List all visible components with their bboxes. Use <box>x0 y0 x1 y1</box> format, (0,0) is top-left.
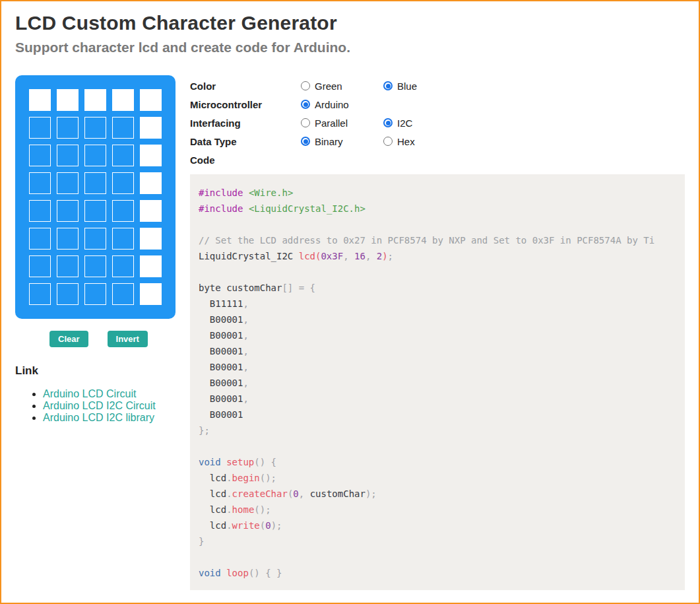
radio-label: Arduino <box>315 99 349 110</box>
option-label: Interfacing <box>190 117 301 129</box>
page-subtitle: Support character lcd and create code fo… <box>15 40 685 55</box>
pixel-cell-r0c3[interactable] <box>112 89 134 111</box>
radio-option-arduino[interactable]: Arduino <box>301 99 383 110</box>
radio-option-green[interactable]: Green <box>301 81 383 92</box>
pixel-cell-r5c0[interactable] <box>29 228 51 250</box>
option-row-color: ColorGreenBlue <box>190 77 685 95</box>
link-list-item: Arduino LCD I2C library <box>43 412 190 424</box>
link-heading: Link <box>15 364 190 378</box>
pixel-cell-r1c1[interactable] <box>57 117 79 139</box>
radio-label: Binary <box>315 136 343 147</box>
options-form: ColorGreenBlueMicrocontrollerArduinoInte… <box>190 77 685 151</box>
radio-option-parallel[interactable]: Parallel <box>301 117 383 129</box>
code-line: void loop() { } <box>199 565 676 581</box>
code-line: B00001, <box>199 312 676 327</box>
pixel-cell-r1c3[interactable] <box>112 117 134 139</box>
radio-checked-icon[interactable] <box>301 137 310 146</box>
option-label: Microcontroller <box>190 99 301 110</box>
code-line: B00001, <box>199 375 676 391</box>
code-line: lcd.home(); <box>199 502 676 518</box>
pixel-cell-r6c0[interactable] <box>29 255 51 277</box>
page-title: LCD Custom Character Generator <box>15 12 685 34</box>
editor-buttons: Clear Invert <box>49 331 190 347</box>
option-row-interfacing: InterfacingParallelI2C <box>190 114 685 132</box>
pixel-cell-r4c3[interactable] <box>112 200 134 222</box>
radio-checked-icon[interactable] <box>383 81 393 90</box>
code-line: B00001, <box>199 327 676 343</box>
pixel-cell-r4c1[interactable] <box>57 200 79 222</box>
pixel-cell-r0c4[interactable] <box>140 89 162 111</box>
radio-label: Blue <box>397 81 417 92</box>
pixel-cell-r2c1[interactable] <box>57 145 79 166</box>
pixel-cell-r4c0[interactable] <box>29 200 51 222</box>
link-list: Arduino LCD CircuitArduino LCD I2C Circu… <box>15 388 190 424</box>
pixel-cell-r3c0[interactable] <box>29 172 51 194</box>
pixel-cell-r1c2[interactable] <box>84 117 106 139</box>
pixel-cell-r2c3[interactable] <box>112 145 134 166</box>
pixel-cell-r0c0[interactable] <box>29 89 51 111</box>
pixel-cell-r4c4[interactable] <box>140 200 162 222</box>
pixel-cell-r5c2[interactable] <box>84 228 106 250</box>
pixel-cell-r2c4[interactable] <box>140 145 162 166</box>
pixel-cell-r7c2[interactable] <box>84 283 106 305</box>
code-line: B00001, <box>199 391 676 407</box>
code-line: lcd.write(0); <box>199 518 676 533</box>
radio-option-i2c[interactable]: I2C <box>383 117 685 129</box>
pixel-cell-r3c1[interactable] <box>57 172 79 194</box>
pixel-cell-r1c0[interactable] <box>29 117 51 139</box>
main-content: Clear Invert Link Arduino LCD CircuitArd… <box>15 75 685 590</box>
pixel-cell-r6c4[interactable] <box>140 255 162 277</box>
pixel-cell-r7c3[interactable] <box>112 283 134 305</box>
radio-option-blue[interactable]: Blue <box>383 81 685 92</box>
invert-button[interactable]: Invert <box>108 331 148 347</box>
link-arduino-lcd-i2c-library[interactable]: Arduino LCD I2C library <box>43 412 154 423</box>
pixel-grid <box>15 75 175 319</box>
code-line: #include <Wire.h> <box>199 185 676 201</box>
pixel-cell-r6c2[interactable] <box>84 255 106 277</box>
pixel-cell-r5c3[interactable] <box>112 228 134 250</box>
code-heading: Code <box>190 151 685 169</box>
link-arduino-lcd-i2c-circuit[interactable]: Arduino LCD I2C Circuit <box>43 400 156 411</box>
radio-unchecked-icon[interactable] <box>301 118 310 127</box>
pixel-cell-r1c4[interactable] <box>140 117 162 139</box>
radio-label: I2C <box>397 117 412 129</box>
pixel-cell-r3c2[interactable] <box>84 172 106 194</box>
pixel-cell-r3c3[interactable] <box>112 172 134 194</box>
pixel-cell-r6c1[interactable] <box>57 255 79 277</box>
pixel-cell-r2c2[interactable] <box>84 145 106 166</box>
link-list-item: Arduino LCD I2C Circuit <box>43 400 190 412</box>
link-arduino-lcd-circuit[interactable]: Arduino LCD Circuit <box>43 388 136 399</box>
code-line: }; <box>199 422 676 438</box>
code-line <box>199 549 676 565</box>
code-line: #include <LiquidCrystal_I2C.h> <box>199 201 676 217</box>
code-line: byte customChar[] = { <box>199 280 676 296</box>
pixel-cell-r0c1[interactable] <box>57 89 79 111</box>
pixel-cell-r3c4[interactable] <box>140 172 162 194</box>
radio-unchecked-icon[interactable] <box>301 81 310 90</box>
pixel-cell-r7c0[interactable] <box>29 283 51 305</box>
pixel-cell-r0c2[interactable] <box>84 89 106 111</box>
code-line: B00001, <box>199 359 676 375</box>
code-line: lcd.createChar(0, customChar); <box>199 486 676 502</box>
pixel-cell-r5c1[interactable] <box>57 228 79 250</box>
code-line <box>199 438 676 454</box>
code-line: lcd.begin(); <box>199 470 676 486</box>
pixel-cell-r4c2[interactable] <box>84 200 106 222</box>
code-line: B00001 <box>199 407 676 422</box>
code-line <box>199 264 676 280</box>
option-row-data-type: Data TypeBinaryHex <box>190 132 685 151</box>
pixel-cell-r5c4[interactable] <box>140 228 162 250</box>
code-line: B11111, <box>199 296 676 312</box>
code-line: LiquidCrystal_I2C lcd(0x3F, 16, 2); <box>199 248 676 264</box>
pixel-cell-r6c3[interactable] <box>112 255 134 277</box>
pixel-cell-r2c0[interactable] <box>29 145 51 166</box>
pixel-cell-r7c4[interactable] <box>140 283 162 305</box>
clear-button[interactable]: Clear <box>49 331 88 347</box>
radio-option-hex[interactable]: Hex <box>383 136 685 147</box>
radio-checked-icon[interactable] <box>383 118 393 127</box>
link-list-item: Arduino LCD Circuit <box>43 388 190 400</box>
radio-checked-icon[interactable] <box>301 100 310 109</box>
pixel-cell-r7c1[interactable] <box>57 283 79 305</box>
radio-option-binary[interactable]: Binary <box>301 136 383 147</box>
radio-unchecked-icon[interactable] <box>383 137 393 146</box>
